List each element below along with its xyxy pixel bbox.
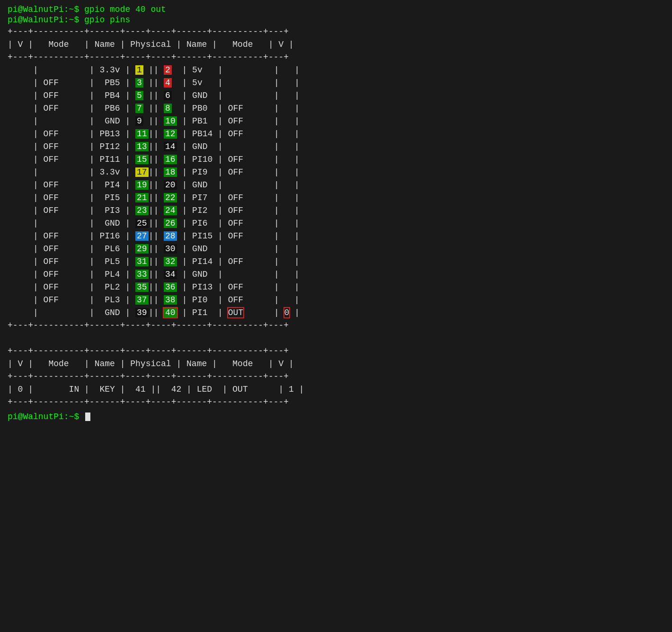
pin-row-1: | | 3.3v | 1 || 2 | 5v | | |	[8, 64, 664, 77]
pin-row-20-highlighted: | | GND | 39|| 40 | PI1 | OUT | 0 |	[8, 307, 664, 319]
cursor	[85, 413, 90, 421]
pin-row-13: | | GND | 25|| 26 | PI6 | OFF | |	[8, 217, 664, 230]
gpio-table-secondary: +---+----------+------+----+----+------+…	[8, 345, 664, 409]
pin-row-14: | OFF | PI16 | 27|| 28 | PI15 | OFF | |	[8, 230, 664, 243]
terminal: pi@WalnutPi:~$ gpio mode 40 out pi@Walnu…	[8, 5, 664, 423]
pin-row-8: | OFF | PI11 | 15|| 16 | PI10 | OFF | |	[8, 153, 664, 166]
pin-row-2: | OFF | PB5 | 3 || 4 | 5v | | |	[8, 77, 664, 89]
cmd-line-2: pi@WalnutPi:~$ gpio pins	[8, 15, 664, 25]
pin-row-15: | OFF | PL6 | 29|| 30 | GND | | |	[8, 243, 664, 255]
spacer-1	[8, 332, 664, 345]
pin-row-17: | OFF | PL4 | 33|| 34 | GND | | |	[8, 268, 664, 281]
prompt-text: pi@WalnutPi:~$	[8, 412, 84, 421]
divider-bottom-2: +---+----------+------+----+----+------+…	[8, 396, 664, 409]
pin-row-19: | OFF | PL3 | 37|| 38 | PI0 | OFF | |	[8, 294, 664, 307]
header-row-1: | V | Mode | Name | Physical | Name | Mo…	[8, 38, 664, 51]
pin-row-12: | OFF | PI3 | 23|| 24 | PI2 | OFF | |	[8, 204, 664, 217]
pin-row-10: | OFF | PI4 | 19|| 20 | GND | | |	[8, 179, 664, 192]
pin-row-5: | | GND | 9 || 10 | PB1 | OFF | |	[8, 115, 664, 128]
divider-header-2: +---+----------+------+----+----+------+…	[8, 370, 664, 383]
pin-row-7: | OFF | PI12 | 13|| 14 | GND | | |	[8, 140, 664, 153]
pin-row-18: | OFF | PL2 | 35|| 36 | PI13 | OFF | |	[8, 281, 664, 294]
pin-row-6: | OFF | PB13 | 11|| 12 | PB14 | OFF | |	[8, 128, 664, 140]
pin-row-11: | OFF | PI5 | 21|| 22 | PI7 | OFF | |	[8, 192, 664, 204]
divider-bottom-1: +---+----------+------+----+----+------+…	[8, 319, 664, 332]
header-row-2: | V | Mode | Name | Physical | Name | Mo…	[8, 358, 664, 370]
divider-top-2: +---+----------+------+----+----+------+…	[8, 345, 664, 358]
pin-row-16: | OFF | PL5 | 31|| 32 | PI14 | OFF | |	[8, 255, 664, 268]
pin-row-4: | OFF | PB6 | 7 || 8 | PB0 | OFF | |	[8, 102, 664, 115]
final-prompt: pi@WalnutPi:~$	[8, 411, 664, 423]
divider-top-1: +---+----------+------+----+----+------+…	[8, 26, 664, 38]
gpio-table-main: +---+----------+------+----+----+------+…	[8, 26, 664, 332]
divider-header-1: +---+----------+------+----+----+------+…	[8, 51, 664, 64]
pin-row-9: | | 3.3v | 17|| 18 | PI9 | OFF | |	[8, 166, 664, 179]
pin-row-3: | OFF | PB4 | 5 || 6 | GND | | |	[8, 89, 664, 102]
cmd-line-1: pi@WalnutPi:~$ gpio mode 40 out	[8, 5, 664, 14]
secondary-row: | 0 | IN | KEY | 41 || 42 | LED | OUT | …	[8, 383, 664, 396]
